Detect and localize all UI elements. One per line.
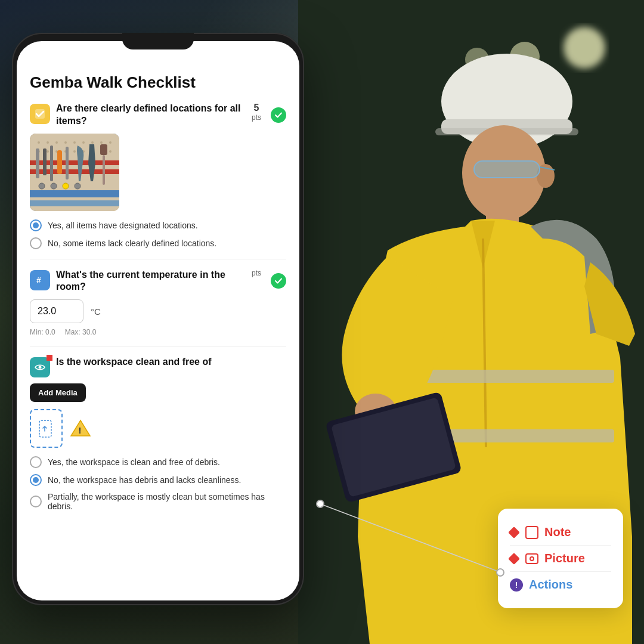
q3-icon [30,357,50,377]
question-1-header: Are there clearly defined locations for … [30,103,286,128]
q2-icon: # [30,270,50,290]
q2-pts-label: pts [252,269,261,277]
svg-point-20 [47,141,49,144]
svg-rect-39 [36,148,39,178]
phone-screen: Gemba Walk Checklist Are there clearly d… [17,41,299,600]
file-icons-row: ! [30,409,286,448]
max-label: Max: 30.0 [65,328,97,336]
phone-content: Gemba Walk Checklist Are there clearly d… [17,41,299,600]
q3-option-2-label: No, the workspace has debris and lacks c… [48,475,242,485]
actions-circle-icon: ! [510,578,523,592]
svg-rect-9 [474,161,540,178]
note-square-icon [525,526,538,539]
picture-label: Picture [544,552,585,565]
q2-check [271,273,286,289]
svg-point-27 [109,141,112,144]
connector-dot-phone [316,500,324,508]
number-input-row: °C [30,299,286,323]
svg-point-23 [73,141,76,144]
q1-radio-2[interactable] [30,237,42,249]
svg-rect-44 [100,144,107,155]
note-diamond-icon [508,527,520,538]
q3-radio-2[interactable] [30,474,42,486]
phone-device: Gemba Walk Checklist Are there clearly d… [12,33,304,605]
popup-actions-item[interactable]: ! Actions [510,572,611,597]
svg-rect-42 [57,150,62,174]
q3-radio-2-fill [33,477,39,483]
add-media-button[interactable]: Add Media [30,383,86,402]
svg-point-19 [38,141,40,144]
q2-text: What's the current temperature in the ro… [56,269,246,294]
svg-point-50 [63,183,69,189]
q1-radio-1[interactable] [30,219,42,231]
actions-label: Actions [529,578,572,592]
svg-rect-40 [43,148,47,175]
svg-rect-41 [50,145,53,181]
q1-option-1[interactable]: Yes, all items have designated locations… [30,219,286,231]
picture-icon-group [510,553,538,564]
svg-point-26 [100,141,103,144]
question-1: Are there clearly defined locations for … [30,103,286,249]
svg-point-32 [73,150,76,153]
camera-lens [530,556,534,561]
q3-option-2[interactable]: No, the workspace has debris and lacks c… [30,474,286,486]
note-icon-group [510,526,538,539]
q3-option-3-label: Partially, the workspace is mostly clean… [48,492,286,511]
q1-text: Are there clearly defined locations for … [56,103,246,128]
question-2-header: # What's the current temperature in the … [30,269,286,294]
svg-point-22 [64,141,67,144]
q1-radio-1-fill [33,222,39,228]
q3-option-1[interactable]: Yes, the workspace is clean and free of … [30,456,286,468]
picture-diamond-icon [508,553,520,565]
temperature-input[interactable] [30,299,83,323]
min-max-row: Min: 0.0 Max: 30.0 [30,328,286,336]
tool-image-inner [30,134,119,211]
svg-rect-54 [39,420,51,437]
svg-rect-46 [30,190,119,197]
svg-text:#: # [36,275,41,285]
svg-point-29 [47,150,49,153]
popup-card: Note Picture ! Actions [498,509,623,608]
note-label: Note [544,525,571,539]
question-3-header: Is the workspace clean and free of [30,356,286,377]
page-title: Gemba Walk Checklist [30,73,286,92]
svg-point-49 [51,183,57,189]
q1-check [271,107,286,123]
q3-option-3[interactable]: Partially, the workspace is mostly clean… [30,492,286,511]
svg-point-51 [75,183,80,189]
svg-rect-47 [30,200,119,206]
svg-point-1 [564,27,605,69]
min-label: Min: 0.0 [30,328,55,336]
svg-point-24 [82,141,85,144]
q1-icon [30,104,50,124]
question-2: # What's the current temperature in the … [30,269,286,337]
phone-notch [122,33,194,49]
q1-tool-image [30,134,119,211]
svg-point-21 [55,141,58,144]
q3-text: Is the workspace clean and free of [56,356,286,369]
connector-dot-popup [496,568,504,577]
svg-point-25 [91,141,94,144]
q1-option-2-label: No, some items lack clearly defined loca… [48,239,216,248]
divider-1 [30,259,286,259]
popup-picture-item[interactable]: Picture [510,546,611,572]
picture-camera-icon [525,553,538,564]
q1-option-2[interactable]: No, some items lack clearly defined loca… [30,237,286,249]
question-3: Is the workspace clean and free of Add M… [30,356,286,511]
q3-option-1-label: Yes, the workspace is clean and free of … [48,457,220,467]
q3-radio-3[interactable] [30,496,42,507]
svg-rect-43 [66,147,69,179]
q3-radio-1[interactable] [30,456,42,468]
svg-text:!: ! [79,425,82,435]
q1-pts-value: 5 [254,103,259,113]
q3-notification-badge [47,355,52,361]
temperature-unit: °C [91,306,101,317]
popup-note-item[interactable]: Note [510,519,611,546]
q1-pts-label: pts [252,113,261,122]
svg-rect-45 [103,155,105,185]
q1-option-1-label: Yes, all items have designated locations… [48,221,198,230]
file-upload-icon[interactable] [30,409,63,448]
svg-point-48 [39,183,45,189]
svg-point-53 [39,366,42,369]
phone-container: Gemba Walk Checklist Are there clearly d… [12,33,304,605]
